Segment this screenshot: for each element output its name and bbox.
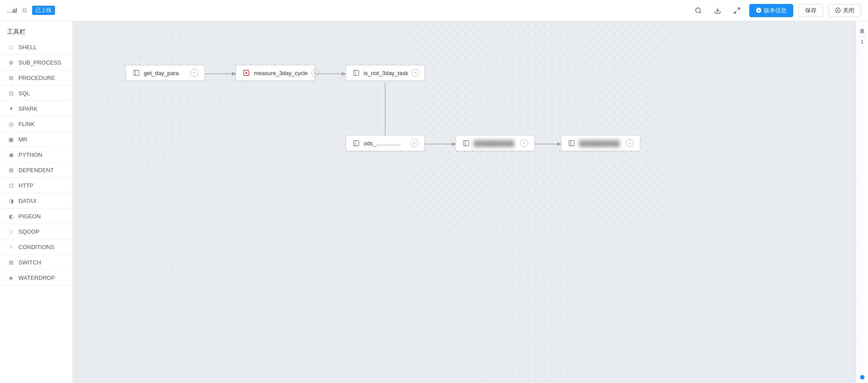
minimap-indicator (860, 375, 864, 379)
flow-node-is_not_3day_task[interactable]: is_not_3day_task+ (346, 65, 425, 81)
sidebar-title: 工具栏 (0, 21, 73, 40)
sidebar-item-mr[interactable]: ▣MR (0, 132, 73, 147)
sidebar-item-label-datax: DATAX (18, 198, 36, 204)
python-icon: ◉ (7, 151, 15, 159)
minimap-zoom-1: 1 (861, 39, 863, 44)
waterdrop-icon: ◈ (7, 274, 15, 282)
procedure-icon: ⊞ (7, 74, 15, 82)
flow-node-label-is_not_3day_task: is_not_3day_task (364, 70, 408, 76)
flow-node-icon-get_day_para (132, 69, 140, 77)
flow-node-get_day_para[interactable]: get_day_para+ (126, 65, 205, 81)
save-button[interactable]: 保存 (799, 4, 823, 17)
svg-line-4 (734, 11, 737, 13)
pigeon-icon: ◐ (7, 212, 15, 220)
svg-rect-15 (354, 70, 359, 76)
flow-node-add-node3[interactable]: + (626, 139, 634, 147)
shell-icon: □ (7, 43, 15, 51)
spark-icon: ✦ (7, 105, 15, 112)
http-icon: ⊡ (7, 181, 15, 189)
sidebar-item-switch[interactable]: ⊠SWITCH (0, 255, 73, 270)
version-info-button[interactable]: 版本信息 (749, 4, 793, 17)
sqoop-icon: ○ (7, 228, 15, 235)
sidebar-item-python[interactable]: ◉PYTHON (0, 147, 73, 163)
header-left: ...al ⧉ 已上线 (7, 6, 55, 15)
page-title: ...al (7, 7, 17, 14)
title-area: ...al ⧉ 已上线 (7, 6, 55, 15)
flow-node-add-ods_node[interactable]: + (410, 139, 418, 147)
datax-icon: ◑ (7, 197, 15, 205)
flow-node-icon-measure_3day_cycle (242, 69, 250, 77)
sidebar: 工具栏 □SHELL⊕SUB_PROCESS⊞PROCEDURE⊟SQL✦SPA… (0, 21, 73, 383)
sidebar-item-label-conditions: CONDITIONS (18, 244, 55, 250)
layout: 工具栏 □SHELL⊕SUB_PROCESS⊞PROCEDURE⊟SQL✦SPA… (0, 21, 868, 383)
sidebar-item-pigeon[interactable]: ◐PIGEON (0, 209, 73, 224)
mr-icon: ▣ (7, 135, 15, 143)
svg-line-3 (737, 8, 740, 10)
sidebar-item-conditions[interactable]: ⑂CONDITIONS (0, 239, 73, 255)
flow-node-icon-node3 (568, 139, 576, 147)
flow-node-icon-node2 (462, 139, 470, 147)
sidebar-item-label-pigeon: PIGEON (18, 213, 41, 220)
sidebar-item-procedure[interactable]: ⊞PROCEDURE (0, 70, 73, 86)
sidebar-item-shell[interactable]: □SHELL (0, 40, 73, 55)
svg-rect-16 (354, 141, 359, 146)
sidebar-item-http[interactable]: ⊡HTTP (0, 178, 73, 193)
flow-node-add-node2[interactable]: + (520, 139, 528, 147)
flow-node-node2[interactable]: ██████████+ (456, 135, 535, 151)
conditions-icon: ⑂ (7, 243, 15, 251)
svg-point-6 (758, 10, 759, 11)
dependent-icon: ⊠ (7, 166, 15, 174)
flow-node-label-measure_3day_cycle: measure_3day_cycle (254, 70, 308, 76)
sidebar-item-spark[interactable]: ✦SPARK (0, 101, 73, 116)
sidebar-item-waterdrop[interactable]: ◈WATERDROP (0, 270, 73, 285)
sidebar-item-flink[interactable]: ◎FLINK (0, 116, 73, 132)
sidebar-item-label-shell: SHELL (18, 44, 36, 51)
flow-node-ods_node[interactable]: ods_………….+ (346, 135, 425, 151)
sidebar-item-sqoop[interactable]: ○SQOOP (0, 224, 73, 239)
sidebar-item-label-flink: FLINK (18, 121, 35, 127)
flow-node-add-get_day_para[interactable]: + (190, 69, 198, 77)
sidebar-item-label-sub_process: SUB_PROCESS (18, 59, 62, 66)
sidebar-item-label-dependent: DEPENDENT (18, 167, 54, 173)
svg-line-1 (700, 12, 701, 13)
sidebar-item-label-mr: MR (18, 136, 27, 143)
fullscreen-button[interactable] (730, 4, 744, 18)
sidebar-item-label-sqoop: SQOOP (18, 228, 40, 235)
flow-node-icon-ods_node (352, 139, 360, 147)
sidebar-item-label-switch: SWITCH (18, 259, 41, 266)
sidebar-item-label-http: HTTP (18, 182, 33, 189)
svg-rect-11 (134, 70, 139, 76)
header-right: 版本信息 保存 关闭 (691, 4, 861, 18)
sidebar-item-label-spark: SPARK (18, 105, 37, 112)
flow-node-label-get_day_para: get_day_para (144, 70, 187, 76)
flow-node-add-measure_3day_cycle[interactable]: + (311, 69, 319, 77)
flow-node-icon-is_not_3day_task (352, 69, 360, 77)
flow-node-label-node2: ██████████ (474, 140, 517, 147)
sub_process-icon: ⊕ (7, 58, 15, 66)
svg-rect-17 (463, 141, 469, 146)
flow-canvas[interactable]: get_day_para+measure_3day_cycle+is_not_3… (73, 21, 868, 383)
sidebar-item-sql[interactable]: ⊟SQL (0, 86, 73, 101)
svg-rect-18 (569, 141, 574, 146)
flink-icon: ◎ (7, 120, 15, 128)
minimap-divider (858, 37, 867, 37)
switch-icon: ⊠ (7, 258, 15, 266)
minimap-panel: 缩放 2 1 (856, 21, 868, 383)
download-button[interactable] (711, 4, 725, 18)
close-button[interactable]: 关闭 (828, 4, 861, 17)
header: ...al ⧉ 已上线 版本信息 保存 关 (0, 0, 868, 21)
sidebar-item-label-procedure: PROCEDURE (18, 75, 55, 81)
flow-node-label-ods_node: ods_…………. (364, 140, 407, 147)
search-button[interactable] (691, 4, 705, 18)
sidebar-item-dependent[interactable]: ⊠DEPENDENT (0, 163, 73, 178)
sidebar-item-label-python: PYTHON (18, 152, 42, 158)
flow-node-measure_3day_cycle[interactable]: measure_3day_cycle+ (236, 65, 315, 81)
svg-point-0 (696, 8, 700, 13)
flow-node-node3[interactable]: ██████████+ (561, 135, 640, 151)
sidebar-item-label-waterdrop: WATERDROP (18, 275, 55, 281)
flow-node-label-node3: ██████████ (579, 140, 622, 147)
sidebar-item-sub_process[interactable]: ⊕SUB_PROCESS (0, 55, 73, 70)
sidebar-item-datax[interactable]: ◑DATAX (0, 193, 73, 209)
flow-node-add-is_not_3day_task[interactable]: + (412, 69, 419, 77)
copy-icon[interactable]: ⧉ (21, 7, 29, 14)
